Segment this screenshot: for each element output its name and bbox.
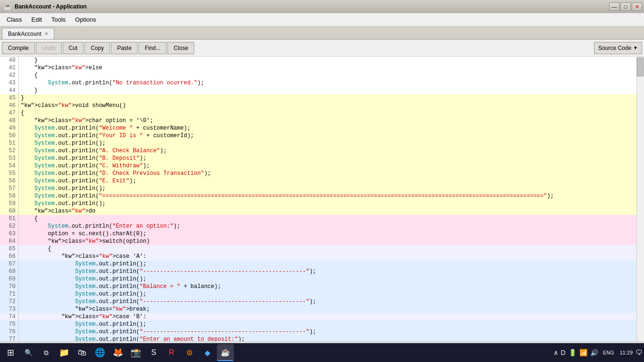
menu-tools[interactable]: Tools: [47, 14, 70, 25]
line-number: 75: [0, 321, 18, 328]
line-number: 61: [0, 215, 18, 222]
copy-button[interactable]: Copy: [84, 42, 110, 54]
line-number: 76: [0, 328, 18, 336]
paste-button[interactable]: Paste: [111, 42, 138, 54]
maximize-button[interactable]: □: [620, 2, 631, 11]
line-number: 46: [0, 102, 18, 109]
close-button[interactable]: ✕: [632, 2, 642, 11]
tray-arrow-icon[interactable]: ∧: [553, 349, 558, 356]
discord-icon[interactable]: D: [561, 349, 566, 356]
line-number: 57: [0, 185, 18, 192]
taskbar-firefox[interactable]: 🦊: [109, 344, 126, 361]
menu-bar: Class Edit Tools Options: [0, 13, 644, 26]
code-line: System.out.println();: [19, 140, 636, 147]
notification-icon[interactable]: 🗨: [636, 349, 642, 356]
compile-button[interactable]: Compile: [2, 42, 35, 54]
menu-options[interactable]: Options: [70, 14, 101, 25]
line-number: 47: [0, 109, 18, 117]
menu-edit[interactable]: Edit: [27, 14, 47, 25]
menu-class[interactable]: Class: [2, 14, 27, 25]
line-number: 52: [0, 147, 18, 155]
line-number: 60: [0, 207, 18, 215]
code-line: System.out.println("--------------------…: [19, 268, 636, 275]
line-number: 40: [0, 57, 18, 64]
taskbar-app2[interactable]: ⚙: [181, 344, 198, 361]
vertical-scrollbar[interactable]: [636, 57, 644, 341]
windows-icon: ⊞: [7, 347, 14, 358]
line-number: 73: [0, 305, 18, 313]
code-line: "kw">class="kw">do: [19, 207, 636, 215]
line-number: 54: [0, 162, 18, 170]
taskbar-steam[interactable]: S: [145, 344, 162, 361]
code-line: System.out.println();: [19, 321, 636, 328]
minimize-button[interactable]: —: [609, 2, 619, 11]
line-number: 53: [0, 155, 18, 162]
line-number: 59: [0, 200, 18, 207]
taskbar-taskview[interactable]: ⧉: [38, 344, 55, 361]
java-icon: ☕: [221, 348, 230, 357]
line-number: 51: [0, 140, 18, 147]
code-line: System.out.println("No transaction ocurr…: [19, 79, 636, 87]
line-number: 48: [0, 117, 18, 124]
code-line: System.out.println("Your ID is " + custo…: [19, 132, 636, 140]
tab-close-button[interactable]: ✕: [44, 31, 48, 36]
taskbar-edge[interactable]: 🌐: [91, 344, 108, 361]
code-line: }: [19, 94, 636, 102]
taskbar-app1[interactable]: R: [163, 344, 180, 361]
network-icon[interactable]: 📶: [579, 349, 587, 356]
taskbar-app3[interactable]: ◆: [199, 344, 216, 361]
taskbar-java-ide[interactable]: ☕: [217, 344, 234, 361]
code-line: System.out.println();: [19, 185, 636, 192]
line-number: 49: [0, 124, 18, 132]
code-line: System.out.println("====================…: [19, 192, 636, 200]
tab-bankaccount[interactable]: BankAccount ✕: [2, 28, 54, 39]
code-area[interactable]: } "kw">class="kw">else { System.out.prin…: [19, 57, 636, 341]
code-line: System.out.println();: [19, 260, 636, 268]
window-controls: — □ ✕: [608, 2, 642, 11]
code-line: {: [19, 109, 636, 117]
taskbar-search[interactable]: 🔍: [20, 344, 37, 361]
code-line: "kw">class="kw">char option = '\0';: [19, 117, 636, 124]
code-line: System.out.println("E. Exit");: [19, 177, 636, 185]
code-line: {: [19, 215, 636, 222]
line-number: 64: [0, 238, 18, 245]
store-icon: 🛍: [78, 348, 86, 358]
code-editor: 4041424344454647484950515253545556575859…: [0, 57, 644, 341]
app3-icon: ◆: [205, 348, 210, 357]
taskbar-store[interactable]: 🛍: [74, 344, 91, 361]
line-number: 41: [0, 64, 18, 72]
cut-button[interactable]: Cut: [63, 42, 84, 54]
line-number: 77: [0, 336, 18, 341]
code-line: System.out.println("A. Check Balance");: [19, 147, 636, 155]
battery-icon[interactable]: 🔋: [569, 349, 577, 356]
line-number: 63: [0, 230, 18, 238]
edge-icon: 🌐: [95, 347, 105, 358]
code-line: System.out.println("C. Withdraw");: [19, 162, 636, 170]
line-number: 70: [0, 283, 18, 290]
find-button[interactable]: Find...: [139, 42, 166, 54]
code-line: System.out.println();: [19, 200, 636, 207]
code-line: "kw">class="kw">switch(option): [19, 238, 636, 245]
start-button[interactable]: ⊞: [2, 344, 19, 361]
app2-icon: ⚙: [186, 348, 193, 357]
line-number: 65: [0, 245, 18, 253]
taskbar-explorer[interactable]: 📁: [56, 344, 73, 361]
dropdown-arrow-icon: ▼: [633, 45, 638, 50]
code-line: System.out.println("Welcome " + customer…: [19, 124, 636, 132]
search-icon: 🔍: [25, 349, 33, 356]
close-editor-button[interactable]: Close: [167, 42, 194, 54]
volume-icon[interactable]: 🔊: [590, 349, 598, 356]
firefox-icon: 🦊: [113, 347, 123, 358]
taskbar-photos[interactable]: 📸: [127, 344, 144, 361]
line-number: 55: [0, 170, 18, 177]
app1-icon: R: [169, 348, 174, 357]
line-number: 74: [0, 313, 18, 321]
code-line: System.out.println("Enter an option:");: [19, 222, 636, 230]
code-line: System.out.println("--------------------…: [19, 328, 636, 336]
line-number: 71: [0, 290, 18, 298]
language-label: ENG: [603, 350, 614, 355]
source-code-dropdown[interactable]: Source Code ▼: [594, 42, 642, 54]
line-number: 50: [0, 132, 18, 140]
undo-button[interactable]: Undo: [36, 42, 62, 54]
line-numbers: 4041424344454647484950515253545556575859…: [0, 57, 19, 341]
